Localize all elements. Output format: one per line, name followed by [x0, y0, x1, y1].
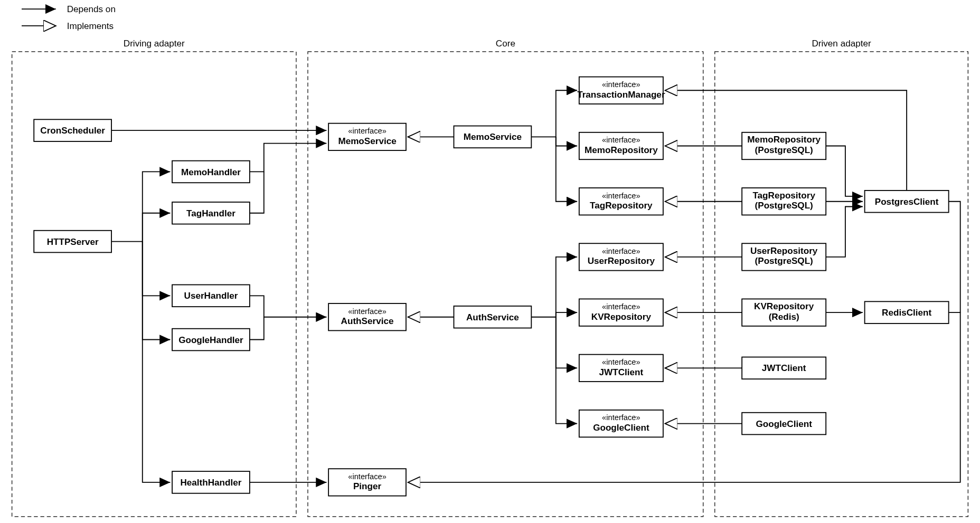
svg-text:«interface»: «interface» [602, 302, 640, 311]
svg-text:«interface»: «interface» [602, 192, 640, 200]
svg-text:TagRepository: TagRepository [590, 201, 653, 211]
legend-depends: Depends on [67, 4, 116, 14]
box-iface-memorepo: «interface» MemoRepository [579, 132, 663, 159]
svg-text:TagHandler: TagHandler [186, 208, 235, 218]
box-userrepo-pg: UserRepository (PostgreSQL) [742, 243, 826, 270]
svg-text:HealthHandler: HealthHandler [180, 478, 241, 488]
svg-text:UserHandler: UserHandler [184, 291, 238, 301]
box-user-handler: UserHandler [172, 285, 250, 307]
svg-text:«interface»: «interface» [348, 307, 387, 316]
svg-text:(PostgreSQL): (PostgreSQL) [755, 256, 813, 266]
box-iface-kvrepo: «interface» KVRepository [579, 299, 663, 326]
svg-text:KVRepository: KVRepository [754, 301, 814, 311]
svg-text:JWTClient: JWTClient [599, 367, 644, 377]
box-jwtclient: JWTClient [742, 357, 826, 379]
svg-text:JWTClient: JWTClient [762, 363, 806, 373]
svg-text:(PostgreSQL): (PostgreSQL) [755, 201, 813, 211]
svg-text:AuthService: AuthService [466, 312, 519, 322]
box-memorepo-pg: MemoRepository (PostgreSQL) [742, 132, 826, 159]
svg-text:Pinger: Pinger [353, 481, 382, 491]
svg-text:AuthService: AuthService [341, 316, 394, 326]
svg-text:«interface»: «interface» [348, 472, 387, 481]
box-google-handler: GoogleHandler [172, 329, 250, 351]
svg-text:MemoService: MemoService [464, 132, 522, 142]
svg-text:TagRepository: TagRepository [752, 191, 815, 201]
arrows-implements [408, 90, 960, 482]
svg-text:PostgresClient: PostgresClient [875, 197, 939, 207]
box-iface-google: «interface» GoogleClient [579, 410, 663, 437]
box-redisclient: RedisClient [865, 301, 949, 324]
svg-text:«interface»: «interface» [348, 127, 387, 135]
box-cron: CronScheduler [34, 119, 111, 141]
box-postgresclient: PostgresClient [865, 191, 949, 213]
svg-text:«interface»: «interface» [602, 247, 640, 255]
group-core [308, 52, 703, 517]
box-memo-handler: MemoHandler [172, 161, 250, 183]
group-title-core: Core [496, 39, 515, 49]
svg-text:CronScheduler: CronScheduler [40, 126, 105, 136]
svg-text:(PostgreSQL): (PostgreSQL) [755, 145, 813, 155]
svg-text:«interface»: «interface» [602, 358, 640, 366]
svg-text:«interface»: «interface» [602, 413, 640, 422]
group-title-driving: Driving adapter [124, 39, 185, 49]
box-tagrepo-pg: TagRepository (PostgreSQL) [742, 188, 826, 215]
svg-text:MemoHandler: MemoHandler [181, 167, 241, 177]
svg-text:KVRepository: KVRepository [591, 312, 652, 322]
svg-text:UserRepository: UserRepository [750, 246, 818, 256]
svg-text:UserRepository: UserRepository [588, 256, 655, 266]
svg-text:«interface»: «interface» [602, 80, 640, 89]
box-iface-pinger: «interface» Pinger [328, 469, 406, 496]
svg-text:RedisClient: RedisClient [882, 308, 931, 318]
box-http: HTTPServer [34, 231, 111, 253]
box-health-handler: HealthHandler [172, 471, 250, 493]
svg-text:MemoService: MemoService [338, 136, 396, 146]
box-iface-memoservice: «interface» MemoService [328, 123, 406, 150]
box-authservice: AuthService [454, 306, 531, 328]
box-googleclient: GoogleClient [742, 413, 826, 435]
svg-text:MemoRepository: MemoRepository [585, 145, 658, 155]
box-memoservice: MemoService [454, 126, 531, 148]
box-iface-authservice: «interface» AuthService [328, 303, 406, 330]
legend: Depends on Implements [22, 4, 116, 31]
box-iface-userrepo: «interface» UserRepository [579, 243, 663, 270]
svg-text:HTTPServer: HTTPServer [47, 237, 99, 247]
svg-text:TransactionManager: TransactionManager [577, 90, 665, 100]
diagram: Depends on Implements Driving adapter Co… [0, 0, 980, 523]
svg-text:GoogleClient: GoogleClient [593, 423, 649, 433]
svg-text:«interface»: «interface» [602, 136, 640, 144]
box-tag-handler: TagHandler [172, 202, 250, 224]
box-iface-tagrepo: «interface» TagRepository [579, 188, 663, 215]
box-iface-jwt: «interface» JWTClient [579, 355, 663, 382]
svg-text:GoogleHandler: GoogleHandler [178, 335, 243, 345]
group-driven [715, 52, 968, 517]
legend-implements: Implements [67, 21, 114, 31]
svg-text:MemoRepository: MemoRepository [747, 135, 821, 145]
group-title-driven: Driven adapter [812, 39, 871, 49]
box-kvrepo-redis: KVRepository (Redis) [742, 299, 826, 326]
box-iface-txmgr: «interface» TransactionManager [577, 77, 665, 104]
svg-text:(Redis): (Redis) [769, 312, 799, 322]
svg-text:GoogleClient: GoogleClient [756, 419, 812, 429]
